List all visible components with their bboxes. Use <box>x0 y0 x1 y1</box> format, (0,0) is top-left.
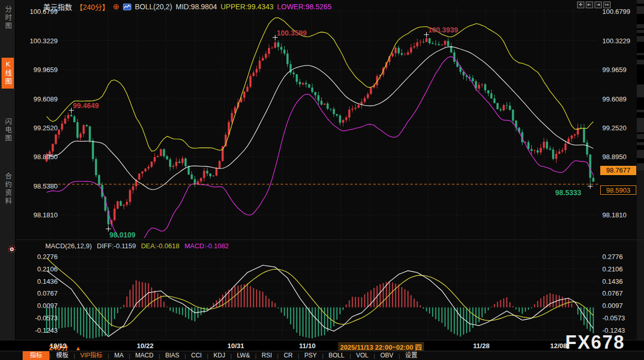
macd-dea-value: DEA:-0.0618 <box>141 242 179 250</box>
price-tick-left: 99.2520 <box>18 124 58 132</box>
toolbar-button-2[interactable]: VIP指标 <box>75 351 108 360</box>
sidebar-item-3[interactable]: 合约资料 <box>2 170 14 208</box>
sidebar: 分时图K线图闪电图合约资料 <box>0 0 15 340</box>
macd-tick-right: 0.1436 <box>602 278 638 285</box>
date-tick: 10/13 <box>50 342 67 350</box>
toolbar-button-6[interactable]: CCI <box>186 351 207 360</box>
price-tick-left: 99.9659 <box>18 66 58 74</box>
boll-upper-value: UPPER:99.4343 <box>220 3 273 11</box>
toolbar-button-1[interactable]: 模板 <box>51 351 74 360</box>
date-tick: 10/31 <box>228 342 245 350</box>
macd-tick-right: 0.0097 <box>602 302 638 310</box>
macd-tick-left: -0.1243 <box>18 327 58 334</box>
price-tick-right: 98.8950 <box>602 153 638 161</box>
price-tick-right: 99.9659 <box>602 66 638 74</box>
toolbar-button-15[interactable]: 设置 <box>400 351 423 360</box>
scale-strip-notch <box>637 15 644 20</box>
zoom-in-icon[interactable]: ⇤ <box>586 2 593 8</box>
toolbar-button-10[interactable]: CR <box>279 351 298 360</box>
price-alert-box[interactable]: 98.5903 <box>600 185 636 195</box>
macd-tick-left: 0.0097 <box>18 302 58 310</box>
sidebar-item-0[interactable]: 分时图 <box>2 3 14 33</box>
high-price-annotation: 100.3599 <box>277 29 307 37</box>
macd-tick-left: 0.2776 <box>18 253 58 261</box>
scale-strip-notch <box>637 168 644 170</box>
macd-tick-right: -0.0573 <box>602 314 638 322</box>
macd-tick-right: 0.2106 <box>602 265 638 273</box>
price-tick-right: 100.6799 <box>602 8 638 15</box>
toolbar-button-3[interactable]: MA <box>109 351 129 360</box>
crosshair-icon[interactable]: ✛ <box>577 2 584 8</box>
last-price-box: 98.7677 <box>600 166 636 175</box>
scale-strip-notch <box>637 46 644 50</box>
scale-strip-notch <box>637 84 644 90</box>
right-scale-strip <box>637 0 644 340</box>
toolbar-button-9[interactable]: RSI <box>256 351 277 360</box>
scale-strip-notch <box>637 79 644 84</box>
scale-strip-notch <box>637 163 644 168</box>
macd-tick-left: -0.0573 <box>18 314 58 322</box>
macd-params-label: MACD(26,12,9) <box>45 242 92 250</box>
xaxis-row: 240分▲ 10/1310/2210/3111/102025/11/13 22:… <box>0 340 644 351</box>
toolbar-button-8[interactable]: LW& <box>232 351 255 360</box>
pan-right-icon[interactable]: ↦ <box>603 2 611 8</box>
macd-tick-right: 0.0767 <box>602 289 638 297</box>
macd-tick-left: 0.1436 <box>18 278 58 285</box>
boll-label: BOLL(20,2) <box>135 3 172 11</box>
toolbar-button-5[interactable]: BIAS <box>160 351 184 360</box>
sidebar-item-2[interactable]: 闪电图 <box>2 115 14 145</box>
price-tick-right: 100.3229 <box>602 37 638 45</box>
toolbar-button-0[interactable]: 指标 <box>23 351 49 360</box>
scale-strip-notch <box>637 90 644 94</box>
macd-diff-value: DIFF:-0.1159 <box>97 242 136 250</box>
price-tick-left: 99.6089 <box>18 95 58 103</box>
period-label: 【240分】 <box>76 2 109 12</box>
macd-header: MACD(26,12,9) DIFF:-0.1159 DEA:-0.0618 M… <box>45 242 229 250</box>
scale-strip-notch <box>637 112 644 116</box>
low-price-annotation: 98.0109 <box>110 231 136 239</box>
scale-strip-notch <box>637 24 644 28</box>
price-tick-left: 98.8950 <box>18 153 58 161</box>
toolbar-button-12[interactable]: BOLL <box>323 351 350 360</box>
scale-strip-notch <box>637 60 644 64</box>
panel-divider <box>15 239 644 240</box>
boll-lower-value: LOWER:98.5265 <box>277 3 332 11</box>
toolbar-button-13[interactable]: VOL <box>351 351 374 360</box>
high-price-annotation: 100.3939 <box>428 26 458 34</box>
macd-bar-value: MACD:-0.1082 <box>184 242 229 250</box>
scale-strip-notch <box>637 55 644 60</box>
toolbar-button-14[interactable]: OBV <box>375 351 398 360</box>
scale-strip-notch <box>637 145 644 150</box>
macd-tick-left: 0.0767 <box>18 289 58 297</box>
circle-plus-icon[interactable]: ⊕ <box>113 3 119 10</box>
chart-toolbar-icons: ✛⇤⇥↦ <box>577 2 611 8</box>
toolbar-button-7[interactable]: KDJ <box>208 351 231 360</box>
chart-type-icon[interactable] <box>123 4 131 10</box>
date-tick: 11/28 <box>473 342 490 350</box>
price-tick-right: 98.1810 <box>602 211 638 219</box>
price-tick-right: 99.2520 <box>602 124 638 132</box>
scale-strip-notch <box>637 105 644 110</box>
price-tick-left: 98.5380 <box>18 182 58 190</box>
price-tick-right: 99.6089 <box>602 95 638 103</box>
date-tick: 11/10 <box>299 342 316 350</box>
date-tick: 12/08 <box>550 342 567 350</box>
indicator-toolbar: 指标|模板|VIP指标|MA|MACD|BIAS|CCI|KDJ|LW&|RSI… <box>0 351 644 360</box>
candlestick-chart-canvas[interactable] <box>0 0 644 341</box>
price-tick-left: 100.3229 <box>18 37 58 45</box>
price-tick-left: 98.1810 <box>18 211 58 219</box>
scale-strip-notch <box>637 0 644 4</box>
sidebar-item-1[interactable]: K线图 <box>2 58 14 89</box>
toolbar-button-11[interactable]: PSY <box>299 351 322 360</box>
symbol-name: 美元指数 <box>43 2 72 12</box>
macd-tick-left: 0.2106 <box>18 265 58 273</box>
trading-app-window: 分时图K线图闪电图合约资料 美元指数【240分】 ⊕ BOLL(20,2) MI… <box>0 0 644 360</box>
live-record-icon[interactable] <box>8 245 16 255</box>
toolbar-button-4[interactable]: MACD <box>130 351 159 360</box>
macd-tick-right: 0.2776 <box>602 253 638 261</box>
zoom-out-icon[interactable]: ⇥ <box>595 2 602 8</box>
boll-mid-value: MID:98.9804 <box>176 3 217 11</box>
date-tick: 10/22 <box>137 342 154 350</box>
watermark: FX678 <box>565 332 625 353</box>
chart-header: 美元指数【240分】 ⊕ BOLL(20,2) MID:98.9804 UPPE… <box>43 2 332 12</box>
